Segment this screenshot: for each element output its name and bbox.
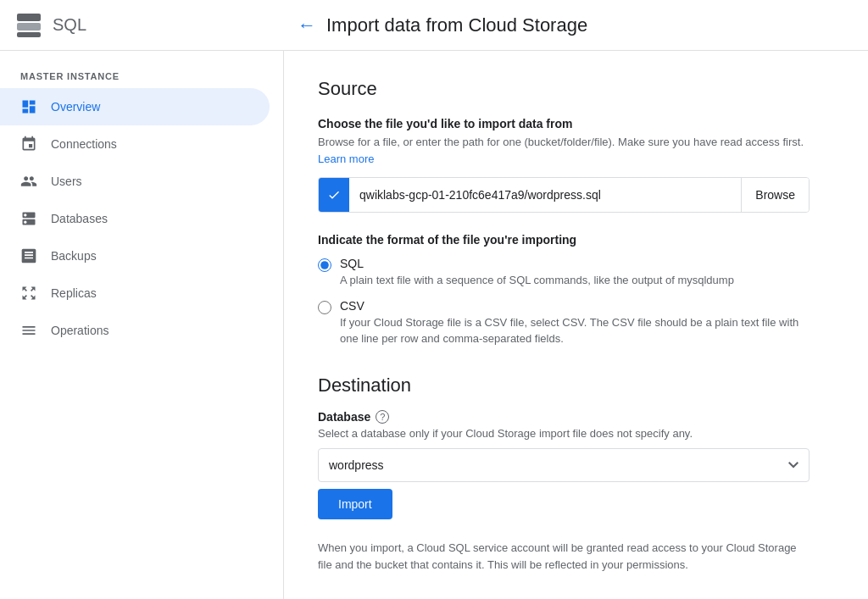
operations-icon xyxy=(20,322,37,339)
format-csv-name: CSV xyxy=(340,299,815,313)
format-sql-desc: A plain text file with a sequence of SQL… xyxy=(340,272,734,289)
source-title: Source xyxy=(318,78,834,100)
sidebar-replicas-label: Replicas xyxy=(51,286,97,300)
db-label-row: Database ? xyxy=(318,410,834,424)
sidebar: MASTER INSTANCE Overview Connections Use… xyxy=(0,51,284,599)
sidebar-item-users[interactable]: Users xyxy=(0,163,270,200)
sidebar-overview-label: Overview xyxy=(51,100,100,114)
destination-section: Destination Database ? Select a database… xyxy=(318,374,834,575)
connections-icon xyxy=(20,136,37,153)
db-help-icon[interactable]: ? xyxy=(376,410,389,424)
format-label: Indicate the format of the file you're i… xyxy=(318,233,834,247)
sidebar-operations-label: Operations xyxy=(51,324,108,337)
sidebar-connections-label: Connections xyxy=(51,137,117,151)
sidebar-item-overview[interactable]: Overview xyxy=(0,88,270,125)
users-icon xyxy=(20,173,37,190)
learn-more-link[interactable]: Learn more xyxy=(318,153,374,165)
svg-rect-1 xyxy=(17,23,41,31)
sidebar-item-databases[interactable]: Databases xyxy=(0,200,270,237)
format-csv-desc: If your Cloud Storage file is a CSV file… xyxy=(340,314,815,347)
file-path-text: qwiklabs-gcp-01-210fc6e417a9/wordpress.s… xyxy=(349,178,741,212)
content-area: Source Choose the file you'd like to imp… xyxy=(284,51,868,599)
source-desc-text: Browse for a file, or enter the path for… xyxy=(318,136,804,148)
databases-icon xyxy=(20,210,37,227)
format-csv-radio[interactable] xyxy=(318,301,331,314)
import-note: When you import, a Cloud SQL service acc… xyxy=(318,540,810,575)
sidebar-backups-label: Backups xyxy=(51,249,97,263)
source-field-label: Choose the file you'd like to import dat… xyxy=(318,117,834,130)
master-instance-label: MASTER INSTANCE xyxy=(0,58,283,88)
file-check-icon xyxy=(319,178,349,212)
header-title-area: ← Import data from Cloud Storage xyxy=(298,14,854,36)
sql-logo-icon xyxy=(14,10,44,41)
destination-title: Destination xyxy=(318,374,834,397)
source-section: Source Choose the file you'd like to imp… xyxy=(318,78,834,347)
format-sql-radio[interactable] xyxy=(318,258,331,272)
format-csv-label-block: CSV If your Cloud Storage file is a CSV … xyxy=(340,299,815,347)
replicas-icon xyxy=(20,285,37,302)
backups-icon xyxy=(20,247,37,264)
db-select-desc: Select a database only if your Cloud Sto… xyxy=(318,427,834,440)
logo-label: SQL xyxy=(53,15,86,35)
sidebar-item-connections[interactable]: Connections xyxy=(0,125,270,163)
format-sql-name: SQL xyxy=(340,257,734,270)
logo-area: SQL xyxy=(14,10,298,41)
format-csv-option[interactable]: CSV If your Cloud Storage file is a CSV … xyxy=(318,299,834,347)
browse-button[interactable]: Browse xyxy=(741,178,809,212)
svg-rect-0 xyxy=(17,14,41,21)
main-layout: MASTER INSTANCE Overview Connections Use… xyxy=(0,51,868,599)
page-title: Import data from Cloud Storage xyxy=(326,14,587,36)
file-input-row: qwiklabs-gcp-01-210fc6e417a9/wordpress.s… xyxy=(318,177,810,213)
top-header: SQL ← Import data from Cloud Storage xyxy=(0,0,868,51)
svg-rect-2 xyxy=(17,32,41,37)
overview-icon xyxy=(20,98,37,115)
sidebar-item-backups[interactable]: Backups xyxy=(0,237,270,275)
import-button[interactable]: Import xyxy=(318,489,392,519)
db-label: Database xyxy=(318,410,370,424)
format-section: Indicate the format of the file you're i… xyxy=(318,233,834,347)
format-sql-label-block: SQL A plain text file with a sequence of… xyxy=(340,257,734,289)
sidebar-item-operations[interactable]: Operations xyxy=(0,312,270,349)
sidebar-users-label: Users xyxy=(51,175,82,188)
back-button[interactable]: ← xyxy=(298,14,316,36)
format-sql-option[interactable]: SQL A plain text file with a sequence of… xyxy=(318,257,834,289)
source-field-desc: Browse for a file, or enter the path for… xyxy=(318,134,834,167)
sidebar-databases-label: Databases xyxy=(51,212,108,225)
db-select[interactable]: wordpress information_schema mysql perfo… xyxy=(318,448,810,482)
sidebar-item-replicas[interactable]: Replicas xyxy=(0,275,270,312)
